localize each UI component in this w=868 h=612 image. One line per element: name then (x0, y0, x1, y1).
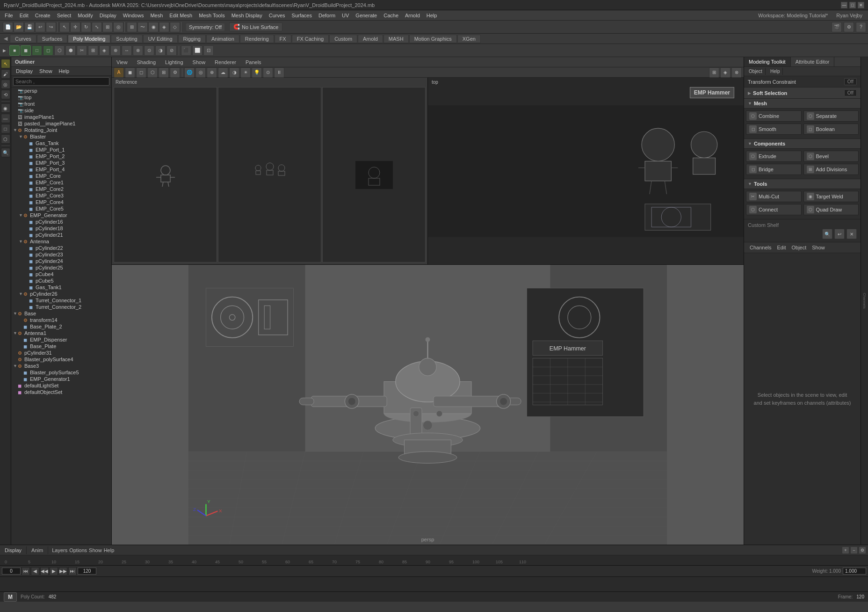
tree-item-pcube5[interactable]: ◼pCube5 (11, 277, 111, 284)
face-mode-button[interactable]: □ (1, 124, 10, 133)
tree-item-pcylinder16[interactable]: ◼pCylinder16 (11, 219, 111, 225)
frame-start-input[interactable] (2, 568, 21, 575)
close-button[interactable]: ✕ (858, 2, 864, 8)
object-tab[interactable]: Object (746, 68, 766, 75)
help-tab-bottom[interactable]: Help (104, 547, 115, 553)
vp-camera-button[interactable]: A (114, 67, 124, 78)
tree-item-antenna[interactable]: ▼⚙Antenna (11, 238, 111, 245)
vp-menu-view[interactable]: View (114, 59, 130, 66)
vp-tb-1[interactable]: ◼ (125, 67, 135, 78)
shelf-icon-2[interactable]: ◼ (21, 45, 31, 56)
weight-input[interactable] (843, 568, 866, 575)
custom-shelf-btn-3[interactable]: ✕ (846, 229, 857, 239)
no-live-surface-button[interactable]: 🧲 No Live Surface (229, 22, 282, 31)
minimize-button[interactable]: — (841, 2, 847, 8)
snap-view-button[interactable]: ◈ (159, 22, 169, 32)
menu-create[interactable]: Create (32, 12, 53, 19)
vp-tb-2[interactable]: ◻ (136, 67, 146, 78)
timeline-ruler[interactable]: 0 5 10 15 20 25 30 35 40 45 50 55 60 65 … (0, 555, 868, 566)
settings-button[interactable]: ⚙ (844, 22, 854, 32)
redo-button[interactable]: ↪ (46, 22, 56, 32)
tree-item-gas-tank[interactable]: ◼Gas_Tank (11, 140, 111, 146)
layer-options-button[interactable]: ⚙ (859, 546, 866, 554)
modeling-toolkit-tab[interactable]: Modeling Toolkit (744, 57, 791, 66)
shelf-tab-uv-editing[interactable]: UV Editing (143, 35, 178, 43)
tree-item-pasted--imageplane1[interactable]: 🖼pasted__imagePlane1 (11, 120, 111, 127)
tree-item-emp-core5[interactable]: ◼EMP_Core5 (11, 205, 111, 212)
select-mode-button[interactable]: ↖ (1, 59, 10, 68)
channels-show-tab[interactable]: Show (810, 244, 827, 251)
tree-item-front[interactable]: 📷front (11, 101, 111, 107)
tree-item-pcylinder26[interactable]: ▼⚙pCylinder26 (11, 291, 111, 297)
help-tab[interactable]: Help (767, 68, 783, 75)
tree-item-turret-connector-2[interactable]: ◼Turret_Connector_2 (11, 304, 111, 310)
tree-item-emp-port-2[interactable]: ◼EMP_Port_2 (11, 153, 111, 160)
shelf-tab-xgen[interactable]: XGen (457, 35, 481, 43)
tree-item-defaultobjectset[interactable]: ◼defaultObjectSet (11, 389, 111, 395)
shelf-tab-animation[interactable]: Animation (206, 35, 239, 43)
bevel-button[interactable]: ⬡ Bevel (803, 151, 859, 162)
custom-shelf-btn-1[interactable]: 🔍 (822, 229, 832, 239)
vp-menu-show[interactable]: Show (190, 59, 209, 66)
step-forward-button[interactable]: ▶▶ (59, 567, 67, 576)
shelf-arrow-left[interactable]: ◀ (2, 36, 9, 42)
universal-manip-button[interactable]: ⊞ (102, 22, 113, 32)
shelf-icon-3[interactable]: □ (32, 45, 42, 56)
help-button[interactable]: ? (856, 22, 866, 32)
tree-item-emp-dispenser[interactable]: ◼EMP_Dispenser (11, 336, 111, 343)
outliner-show-menu[interactable]: Show (36, 68, 55, 74)
vp-tb-12[interactable]: 💡 (252, 67, 262, 78)
shelf-icon-11[interactable]: ↔ (122, 45, 132, 56)
shelf-tab-mash[interactable]: MASH (383, 35, 409, 43)
tree-item-base-plate[interactable]: ◼Base_Plate (11, 343, 111, 350)
soft-selection-header[interactable]: ▶ Soft Selection Off (744, 87, 861, 99)
uvs-button[interactable]: ⬡ (1, 134, 10, 144)
vp-tb-4[interactable]: ⊞ (159, 67, 169, 78)
show-tab[interactable]: Show (89, 547, 102, 553)
vp-tb-right-1[interactable]: ⊞ (709, 67, 719, 78)
shelf-tab-sculpting[interactable]: Sculpting (111, 35, 142, 43)
go-to-start-button[interactable]: ⏮ (22, 567, 30, 576)
menu-mesh-tools[interactable]: Mesh Tools (196, 12, 227, 19)
vp-pause-button[interactable]: ⏸ (274, 67, 284, 78)
transform-constraint-value[interactable]: Off (844, 78, 857, 85)
menu-file[interactable]: File (2, 12, 16, 19)
smooth-button[interactable]: ◻ Smooth (746, 124, 802, 135)
snap-point-button[interactable]: ◉ (148, 22, 159, 32)
shelf-tab-poly-modeling[interactable]: Poly Modeling (68, 35, 110, 43)
soft-selection-value[interactable]: Off (844, 89, 857, 96)
tree-item-rotating-joint[interactable]: ▼⚙Rotating_Joint (11, 127, 111, 133)
shelf-icon-8[interactable]: ⊞ (88, 45, 98, 56)
layer-add-button[interactable]: + (842, 546, 849, 554)
menu-edit[interactable]: Edit (17, 12, 31, 19)
vp-menu-shading[interactable]: Shading (134, 59, 159, 66)
tree-item-emp-port-4[interactable]: ◼EMP_Port_4 (11, 166, 111, 173)
boolean-button[interactable]: ◻ Boolean (803, 124, 859, 135)
outliner-display-menu[interactable]: Display (13, 68, 36, 74)
shelf-icon-9[interactable]: ◈ (99, 45, 109, 56)
go-to-end-button[interactable]: ⏭ (68, 567, 77, 576)
custom-shelf-btn-2[interactable]: ↩ (834, 229, 845, 239)
channels-tab[interactable]: Channels (748, 244, 773, 251)
vp-tb-right-3[interactable]: ⊗ (731, 67, 742, 78)
tree-item-pcylinder24[interactable]: ◼pCylinder24 (11, 258, 111, 264)
sculpt-button[interactable]: ⟲ (1, 90, 10, 99)
tree-item-base-plate-2[interactable]: ◼Base_Plate_2 (11, 323, 111, 330)
tree-item-persp[interactable]: 📷persp (11, 87, 111, 94)
separate-button[interactable]: ⬡ Separate (803, 110, 859, 122)
tree-item-transform14[interactable]: ⚙transform14 (11, 317, 111, 323)
tree-item-pcylinder18[interactable]: ◼pCylinder18 (11, 225, 111, 232)
target-weld-button[interactable]: ◉ Target Weld (803, 191, 859, 202)
paint-button[interactable]: 🖌 (1, 69, 10, 79)
menu-display[interactable]: Display (97, 12, 119, 19)
lasso-button[interactable]: ◎ (1, 80, 10, 89)
outliner-help-menu[interactable]: Help (56, 68, 72, 74)
tree-item-emp-core3[interactable]: ◼EMP_Core3 (11, 192, 111, 199)
combine-button[interactable]: ⬡ Combine (746, 110, 802, 122)
channels-object-tab[interactable]: Object (789, 244, 808, 251)
tree-item-blaster-polysurface5[interactable]: ◼Blaster_polySurface5 (11, 369, 111, 376)
menu-mesh[interactable]: Mesh (147, 12, 166, 19)
vp-tb-5[interactable]: ⚙ (170, 67, 180, 78)
shelf-icon-13[interactable]: ⊙ (144, 45, 154, 56)
connect-button[interactable]: ⬡ Connect (746, 204, 802, 215)
